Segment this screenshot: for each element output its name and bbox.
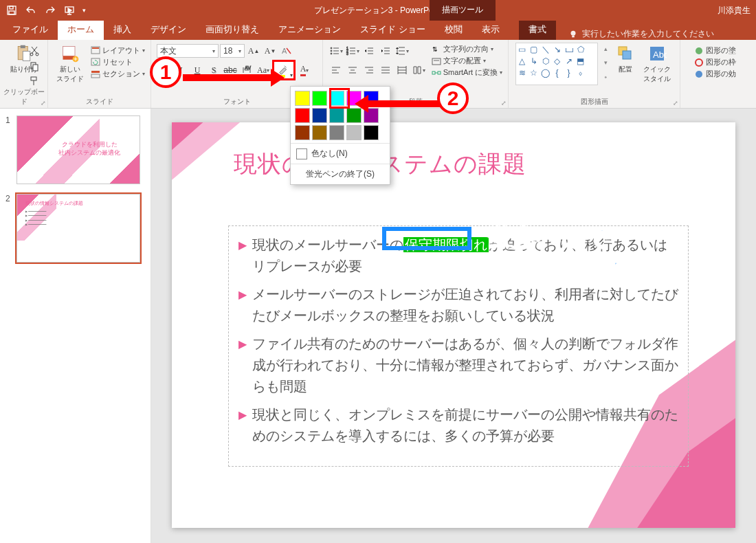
layout-icon bbox=[91, 46, 100, 56]
swatch[interactable] bbox=[329, 108, 344, 123]
qat-slideshow-start-icon[interactable] bbox=[60, 2, 78, 19]
annotation-text: 蛍光ペンで強調表示された bbox=[488, 223, 658, 281]
shapes-more[interactable]: ꘎ bbox=[602, 70, 610, 82]
annotation-circle-one: 1 bbox=[150, 56, 181, 88]
align-right-icon[interactable] bbox=[362, 63, 377, 77]
stop-highlighting-button[interactable]: 蛍光ペンの終了(S) bbox=[291, 164, 390, 184]
new-slide-button[interactable]: 新しい スライド bbox=[54, 43, 87, 85]
swatch[interactable] bbox=[312, 91, 327, 106]
svg-rect-35 bbox=[623, 51, 631, 59]
tab-home[interactable]: ホーム bbox=[58, 19, 104, 40]
contextual-tab-group: 描画ツール bbox=[430, 0, 496, 21]
clear-formatting-icon[interactable]: A bbox=[279, 44, 294, 58]
layout-button[interactable]: レイアウト▾ bbox=[91, 45, 145, 56]
columns-icon[interactable]: ▾ bbox=[411, 63, 426, 77]
copy-icon[interactable] bbox=[27, 59, 42, 73]
shape-fill-button[interactable]: 図形の塗 bbox=[694, 45, 736, 56]
slide-editor[interactable]: 現状の情報システムの課題 ▶現状のメールサーバーの保守期限切れが迫っており、移行… bbox=[151, 109, 756, 543]
svg-rect-21 bbox=[91, 74, 100, 78]
svg-text:3: 3 bbox=[346, 52, 348, 56]
tab-file[interactable]: ファイル bbox=[3, 19, 58, 40]
tab-animations[interactable]: アニメーション bbox=[269, 19, 351, 40]
window-title: プレゼンテーション3 - PowerPoint bbox=[0, 5, 756, 16]
tell-me-search[interactable]: 実行したい作業を入力してください bbox=[568, 28, 714, 40]
tab-slideshow[interactable]: スライド ショー bbox=[351, 19, 435, 40]
swatch[interactable] bbox=[364, 125, 379, 140]
svg-rect-31 bbox=[432, 58, 441, 65]
tab-view[interactable]: 表示 bbox=[472, 19, 509, 40]
font-size-combo[interactable]: 18▾ bbox=[220, 44, 245, 58]
drawing-dialog-launcher[interactable]: ⤢ bbox=[673, 100, 678, 107]
swatch[interactable] bbox=[295, 108, 310, 123]
decrease-font-icon[interactable]: A▼ bbox=[263, 44, 278, 58]
swatch[interactable] bbox=[312, 108, 327, 123]
thumbnail-pane[interactable]: 1 クラウドを利用した 社内システムの最適化 2 現状の情報システムの課題 ▶ … bbox=[0, 109, 151, 543]
tab-transitions[interactable]: 画面切り替え bbox=[196, 19, 269, 40]
shape-effects-button[interactable]: 図形の効 bbox=[694, 69, 736, 79]
thumbnail-slide-2[interactable]: 現状の情報システムの課題 ▶ ━━━━━━━━━━━━━▶ ━━━━━━━━━━… bbox=[16, 194, 140, 263]
shapes-gallery[interactable]: ▭▢＼↘⌴⬠ △↳⬡◇↗⬒ ≋☆◯{}⬨ bbox=[515, 43, 598, 85]
line-spacing-icon[interactable]: ▾ bbox=[394, 44, 410, 58]
svg-point-24 bbox=[331, 47, 332, 49]
convert-smartart-button[interactable]: SmartArt に変換▾ bbox=[432, 67, 502, 78]
svg-point-38 bbox=[696, 47, 702, 54]
increase-indent-icon[interactable] bbox=[378, 44, 393, 58]
svg-point-25 bbox=[331, 50, 332, 52]
qat-save-icon[interactable] bbox=[3, 2, 21, 19]
svg-point-40 bbox=[696, 71, 702, 78]
clipboard-dialog-launcher[interactable]: ⤢ bbox=[41, 100, 46, 107]
quick-access-toolbar: ▾ bbox=[3, 2, 88, 19]
decrease-indent-icon[interactable] bbox=[362, 44, 377, 58]
bulb-icon bbox=[568, 30, 578, 39]
distributed-icon[interactable] bbox=[394, 63, 410, 77]
titlebar: ▾ プレゼンテーション3 - PowerPoint 描画ツール 川添貴生 bbox=[0, 0, 756, 21]
justify-icon[interactable] bbox=[378, 63, 393, 77]
ribbon-tabs: ファイル ホーム 挿入 デザイン 画面切り替え アニメーション スライド ショー… bbox=[0, 21, 756, 40]
swatch[interactable] bbox=[312, 125, 327, 140]
numbering-icon[interactable]: 123▾ bbox=[345, 44, 360, 58]
highlighted-text[interactable]: 保守期限切れ bbox=[403, 237, 489, 252]
swatch[interactable] bbox=[295, 91, 310, 106]
font-name-combo[interactable]: 本文▾ bbox=[157, 44, 219, 58]
swatch[interactable] bbox=[346, 125, 362, 140]
group-slides: 新しい スライド レイアウト▾ リセット セクション▾ スライド bbox=[48, 40, 151, 108]
align-left-icon[interactable] bbox=[329, 63, 344, 77]
swatch[interactable] bbox=[295, 125, 310, 140]
qat-customize-icon[interactable]: ▾ bbox=[80, 2, 88, 19]
tab-review[interactable]: 校閲 bbox=[435, 19, 472, 40]
shape-outline-button[interactable]: 図形の枠 bbox=[694, 57, 736, 67]
qat-redo-icon[interactable] bbox=[41, 2, 59, 19]
group-drawing: ▭▢＼↘⌴⬠ △↳⬡◇↗⬒ ≋☆◯{}⬨ ▴▾꘎ 配置 Abcクイック スタイル… bbox=[509, 40, 680, 108]
qat-undo-icon[interactable] bbox=[22, 2, 40, 19]
tab-format[interactable]: 書式 bbox=[519, 19, 556, 40]
align-text-button[interactable]: 文字の配置▾ bbox=[432, 56, 502, 66]
swatch[interactable] bbox=[329, 125, 344, 140]
arrange-button[interactable]: 配置 bbox=[613, 43, 638, 85]
reset-button[interactable]: リセット bbox=[91, 57, 145, 67]
user-name[interactable]: 川添貴生 bbox=[718, 5, 751, 16]
svg-rect-12 bbox=[33, 65, 38, 71]
tab-design[interactable]: デザイン bbox=[141, 19, 196, 40]
tell-me-placeholder: 実行したい作業を入力してください bbox=[582, 28, 714, 40]
shapes-next[interactable]: ▾ bbox=[602, 56, 610, 69]
shapes-prev[interactable]: ▴ bbox=[602, 43, 610, 55]
text-direction-button[interactable]: ⇅文字列の方向▾ bbox=[432, 44, 502, 54]
increase-font-icon[interactable]: A▲ bbox=[246, 44, 261, 58]
section-button[interactable]: セクション▾ bbox=[91, 69, 145, 79]
quick-styles-button[interactable]: Abcクイック スタイル bbox=[641, 43, 674, 85]
svg-text:A: A bbox=[282, 47, 287, 55]
bullets-icon[interactable]: ▾ bbox=[329, 44, 344, 58]
paragraph-dialog-launcher[interactable]: ⤢ bbox=[501, 100, 507, 107]
thumbnail-slide-1[interactable]: クラウドを利用した 社内システムの最適化 bbox=[16, 115, 140, 184]
format-painter-icon[interactable] bbox=[27, 74, 42, 88]
section-icon bbox=[91, 69, 100, 79]
align-center-icon[interactable] bbox=[345, 63, 360, 77]
group-clipboard: 貼り付け クリップボード ⤢ bbox=[0, 40, 48, 108]
svg-text:⇅: ⇅ bbox=[432, 46, 438, 53]
svg-point-4 bbox=[570, 30, 575, 35]
no-color-button[interactable]: 色なし(N) bbox=[291, 143, 390, 164]
font-color-icon[interactable]: A▾ bbox=[297, 63, 312, 77]
tab-insert[interactable]: 挿入 bbox=[104, 19, 141, 40]
cut-icon[interactable] bbox=[27, 44, 42, 58]
slide-canvas[interactable]: 現状の情報システムの課題 ▶現状のメールサーバーの保守期限切れが迫っており、移行… bbox=[172, 122, 735, 528]
